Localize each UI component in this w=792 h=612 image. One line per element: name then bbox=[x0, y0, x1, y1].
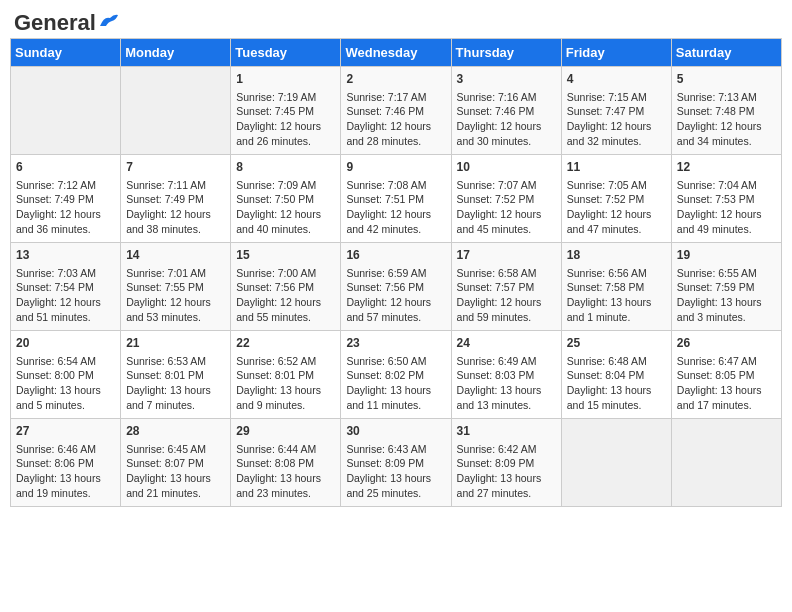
calendar-cell: 30Sunrise: 6:43 AM Sunset: 8:09 PM Dayli… bbox=[341, 419, 451, 507]
calendar-cell: 15Sunrise: 7:00 AM Sunset: 7:56 PM Dayli… bbox=[231, 243, 341, 331]
day-number: 29 bbox=[236, 423, 335, 440]
day-info: Sunrise: 6:44 AM Sunset: 8:08 PM Dayligh… bbox=[236, 442, 335, 501]
day-header-thursday: Thursday bbox=[451, 39, 561, 67]
calendar-table: SundayMondayTuesdayWednesdayThursdayFrid… bbox=[10, 38, 782, 507]
day-header-sunday: Sunday bbox=[11, 39, 121, 67]
calendar-cell bbox=[121, 67, 231, 155]
day-header-monday: Monday bbox=[121, 39, 231, 67]
day-info: Sunrise: 7:05 AM Sunset: 7:52 PM Dayligh… bbox=[567, 178, 666, 237]
day-info: Sunrise: 6:42 AM Sunset: 8:09 PM Dayligh… bbox=[457, 442, 556, 501]
day-info: Sunrise: 7:03 AM Sunset: 7:54 PM Dayligh… bbox=[16, 266, 115, 325]
calendar-cell: 28Sunrise: 6:45 AM Sunset: 8:07 PM Dayli… bbox=[121, 419, 231, 507]
day-number: 6 bbox=[16, 159, 115, 176]
day-number: 7 bbox=[126, 159, 225, 176]
day-info: Sunrise: 7:04 AM Sunset: 7:53 PM Dayligh… bbox=[677, 178, 776, 237]
day-number: 22 bbox=[236, 335, 335, 352]
calendar-cell: 19Sunrise: 6:55 AM Sunset: 7:59 PM Dayli… bbox=[671, 243, 781, 331]
day-info: Sunrise: 6:52 AM Sunset: 8:01 PM Dayligh… bbox=[236, 354, 335, 413]
day-number: 25 bbox=[567, 335, 666, 352]
calendar-cell: 29Sunrise: 6:44 AM Sunset: 8:08 PM Dayli… bbox=[231, 419, 341, 507]
calendar-cell: 31Sunrise: 6:42 AM Sunset: 8:09 PM Dayli… bbox=[451, 419, 561, 507]
day-number: 16 bbox=[346, 247, 445, 264]
calendar-cell: 8Sunrise: 7:09 AM Sunset: 7:50 PM Daylig… bbox=[231, 155, 341, 243]
calendar-cell: 10Sunrise: 7:07 AM Sunset: 7:52 PM Dayli… bbox=[451, 155, 561, 243]
day-info: Sunrise: 7:00 AM Sunset: 7:56 PM Dayligh… bbox=[236, 266, 335, 325]
calendar-cell: 17Sunrise: 6:58 AM Sunset: 7:57 PM Dayli… bbox=[451, 243, 561, 331]
day-info: Sunrise: 7:07 AM Sunset: 7:52 PM Dayligh… bbox=[457, 178, 556, 237]
calendar-week-0: 1Sunrise: 7:19 AM Sunset: 7:45 PM Daylig… bbox=[11, 67, 782, 155]
calendar-cell: 26Sunrise: 6:47 AM Sunset: 8:05 PM Dayli… bbox=[671, 331, 781, 419]
day-info: Sunrise: 7:17 AM Sunset: 7:46 PM Dayligh… bbox=[346, 90, 445, 149]
day-info: Sunrise: 7:08 AM Sunset: 7:51 PM Dayligh… bbox=[346, 178, 445, 237]
calendar-cell: 24Sunrise: 6:49 AM Sunset: 8:03 PM Dayli… bbox=[451, 331, 561, 419]
day-info: Sunrise: 6:49 AM Sunset: 8:03 PM Dayligh… bbox=[457, 354, 556, 413]
calendar-week-4: 27Sunrise: 6:46 AM Sunset: 8:06 PM Dayli… bbox=[11, 419, 782, 507]
calendar-week-3: 20Sunrise: 6:54 AM Sunset: 8:00 PM Dayli… bbox=[11, 331, 782, 419]
calendar-header-row: SundayMondayTuesdayWednesdayThursdayFrid… bbox=[11, 39, 782, 67]
day-number: 27 bbox=[16, 423, 115, 440]
calendar-cell: 23Sunrise: 6:50 AM Sunset: 8:02 PM Dayli… bbox=[341, 331, 451, 419]
day-number: 9 bbox=[346, 159, 445, 176]
logo: General bbox=[14, 10, 120, 30]
day-number: 26 bbox=[677, 335, 776, 352]
day-number: 5 bbox=[677, 71, 776, 88]
calendar-cell: 5Sunrise: 7:13 AM Sunset: 7:48 PM Daylig… bbox=[671, 67, 781, 155]
day-info: Sunrise: 7:15 AM Sunset: 7:47 PM Dayligh… bbox=[567, 90, 666, 149]
day-info: Sunrise: 7:19 AM Sunset: 7:45 PM Dayligh… bbox=[236, 90, 335, 149]
day-number: 3 bbox=[457, 71, 556, 88]
calendar-cell: 7Sunrise: 7:11 AM Sunset: 7:49 PM Daylig… bbox=[121, 155, 231, 243]
calendar-body: 1Sunrise: 7:19 AM Sunset: 7:45 PM Daylig… bbox=[11, 67, 782, 507]
calendar-cell: 11Sunrise: 7:05 AM Sunset: 7:52 PM Dayli… bbox=[561, 155, 671, 243]
day-number: 31 bbox=[457, 423, 556, 440]
day-info: Sunrise: 7:01 AM Sunset: 7:55 PM Dayligh… bbox=[126, 266, 225, 325]
day-number: 1 bbox=[236, 71, 335, 88]
day-number: 28 bbox=[126, 423, 225, 440]
day-info: Sunrise: 6:45 AM Sunset: 8:07 PM Dayligh… bbox=[126, 442, 225, 501]
day-header-friday: Friday bbox=[561, 39, 671, 67]
logo-general: General bbox=[14, 10, 96, 36]
day-number: 20 bbox=[16, 335, 115, 352]
calendar-cell: 21Sunrise: 6:53 AM Sunset: 8:01 PM Dayli… bbox=[121, 331, 231, 419]
logo-bird-icon bbox=[98, 12, 120, 30]
calendar-cell: 14Sunrise: 7:01 AM Sunset: 7:55 PM Dayli… bbox=[121, 243, 231, 331]
calendar-cell bbox=[671, 419, 781, 507]
day-info: Sunrise: 6:59 AM Sunset: 7:56 PM Dayligh… bbox=[346, 266, 445, 325]
day-number: 17 bbox=[457, 247, 556, 264]
calendar-cell: 1Sunrise: 7:19 AM Sunset: 7:45 PM Daylig… bbox=[231, 67, 341, 155]
calendar-cell: 2Sunrise: 7:17 AM Sunset: 7:46 PM Daylig… bbox=[341, 67, 451, 155]
day-header-wednesday: Wednesday bbox=[341, 39, 451, 67]
day-number: 19 bbox=[677, 247, 776, 264]
day-number: 12 bbox=[677, 159, 776, 176]
day-number: 10 bbox=[457, 159, 556, 176]
day-info: Sunrise: 6:43 AM Sunset: 8:09 PM Dayligh… bbox=[346, 442, 445, 501]
calendar-week-2: 13Sunrise: 7:03 AM Sunset: 7:54 PM Dayli… bbox=[11, 243, 782, 331]
day-info: Sunrise: 7:16 AM Sunset: 7:46 PM Dayligh… bbox=[457, 90, 556, 149]
day-info: Sunrise: 6:47 AM Sunset: 8:05 PM Dayligh… bbox=[677, 354, 776, 413]
day-number: 21 bbox=[126, 335, 225, 352]
day-info: Sunrise: 6:55 AM Sunset: 7:59 PM Dayligh… bbox=[677, 266, 776, 325]
day-info: Sunrise: 7:12 AM Sunset: 7:49 PM Dayligh… bbox=[16, 178, 115, 237]
day-info: Sunrise: 6:54 AM Sunset: 8:00 PM Dayligh… bbox=[16, 354, 115, 413]
calendar-cell: 16Sunrise: 6:59 AM Sunset: 7:56 PM Dayli… bbox=[341, 243, 451, 331]
day-number: 30 bbox=[346, 423, 445, 440]
day-number: 14 bbox=[126, 247, 225, 264]
calendar-cell: 25Sunrise: 6:48 AM Sunset: 8:04 PM Dayli… bbox=[561, 331, 671, 419]
calendar-cell: 9Sunrise: 7:08 AM Sunset: 7:51 PM Daylig… bbox=[341, 155, 451, 243]
day-info: Sunrise: 7:09 AM Sunset: 7:50 PM Dayligh… bbox=[236, 178, 335, 237]
day-info: Sunrise: 6:58 AM Sunset: 7:57 PM Dayligh… bbox=[457, 266, 556, 325]
day-number: 13 bbox=[16, 247, 115, 264]
calendar-cell: 6Sunrise: 7:12 AM Sunset: 7:49 PM Daylig… bbox=[11, 155, 121, 243]
day-number: 2 bbox=[346, 71, 445, 88]
day-number: 23 bbox=[346, 335, 445, 352]
day-info: Sunrise: 6:50 AM Sunset: 8:02 PM Dayligh… bbox=[346, 354, 445, 413]
calendar-cell: 4Sunrise: 7:15 AM Sunset: 7:47 PM Daylig… bbox=[561, 67, 671, 155]
day-header-tuesday: Tuesday bbox=[231, 39, 341, 67]
day-number: 8 bbox=[236, 159, 335, 176]
calendar-cell bbox=[11, 67, 121, 155]
day-info: Sunrise: 6:46 AM Sunset: 8:06 PM Dayligh… bbox=[16, 442, 115, 501]
calendar-cell: 27Sunrise: 6:46 AM Sunset: 8:06 PM Dayli… bbox=[11, 419, 121, 507]
day-number: 11 bbox=[567, 159, 666, 176]
calendar-cell: 22Sunrise: 6:52 AM Sunset: 8:01 PM Dayli… bbox=[231, 331, 341, 419]
day-number: 18 bbox=[567, 247, 666, 264]
day-info: Sunrise: 7:11 AM Sunset: 7:49 PM Dayligh… bbox=[126, 178, 225, 237]
